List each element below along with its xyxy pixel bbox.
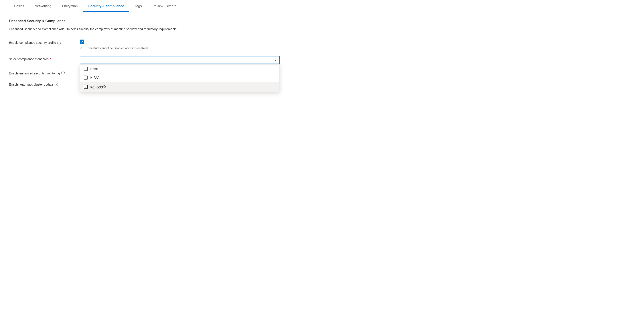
tab-networking[interactable]: Networking xyxy=(29,0,56,12)
compliance-standards-dropdown-trigger[interactable]: ∨ xyxy=(80,56,280,64)
compliance-profile-info-icon[interactable]: i xyxy=(57,41,61,44)
section-title: Enhanced Security & Compliance xyxy=(9,19,346,23)
compliance-profile-row: Enable compliance security profile i ✓ ⚠… xyxy=(9,40,346,50)
pci-dss-checkbox[interactable] xyxy=(84,85,88,89)
warning-text: This feature cannot be disabled once it … xyxy=(84,46,148,50)
compliance-profile-checkmark: ✓ xyxy=(81,41,84,43)
compliance-standards-label: Select compliance standards * xyxy=(9,56,80,61)
tab-encryption[interactable]: Encryption xyxy=(56,0,83,12)
tab-navigation: Basics Networking Encryption Security & … xyxy=(0,0,355,12)
compliance-standards-dropdown-menu: None HIPAA PCI-DSS✎ xyxy=(80,64,280,92)
dropdown-item-hipaa[interactable]: HIPAA xyxy=(80,73,280,82)
compliance-profile-warning: ⚠ This feature cannot be disabled once i… xyxy=(80,46,280,50)
cluster-update-label: Enable automatic cluster update i xyxy=(9,81,80,86)
compliance-profile-checkbox-container: ✓ xyxy=(80,40,280,44)
dropdown-item-pci-dss[interactable]: PCI-DSS✎ xyxy=(80,82,280,92)
none-checkbox[interactable] xyxy=(84,67,88,71)
section-description: Enhanced Security and Compliance Add-On … xyxy=(9,27,178,32)
tab-basics[interactable]: Basics xyxy=(9,0,29,12)
main-content: Enhanced Security & Compliance Enhanced … xyxy=(0,12,355,100)
compliance-standards-row: Select compliance standards * ∨ N xyxy=(9,56,346,64)
security-monitoring-info-icon[interactable]: i xyxy=(61,72,65,75)
compliance-standards-control: ∨ None HIPAA xyxy=(80,56,280,64)
dropdown-item-none[interactable]: None xyxy=(80,65,280,73)
required-indicator: * xyxy=(50,57,51,61)
hipaa-checkbox[interactable] xyxy=(84,76,88,80)
compliance-standards-dropdown: ∨ None HIPAA xyxy=(80,56,280,64)
compliance-profile-label: Enable compliance security profile i xyxy=(9,40,80,44)
page-container: Basics Networking Encryption Security & … xyxy=(0,0,355,100)
chevron-down-icon: ∨ xyxy=(274,58,276,62)
pci-dss-label: PCI-DSS✎ xyxy=(90,84,107,90)
warning-icon: ⚠ xyxy=(80,46,83,50)
hipaa-label: HIPAA xyxy=(90,76,100,79)
tab-security-compliance[interactable]: Security & compliance xyxy=(83,0,130,12)
security-monitoring-label: Enable enhanced security monitoring i xyxy=(9,70,80,75)
tab-tags[interactable]: Tags xyxy=(130,0,147,12)
none-label: None xyxy=(90,67,98,71)
compliance-profile-control: ✓ ⚠ This feature cannot be disabled once… xyxy=(80,40,280,50)
compliance-profile-checkbox[interactable]: ✓ xyxy=(80,40,84,44)
tab-review-create[interactable]: Review + create xyxy=(147,0,182,12)
cluster-update-info-icon[interactable]: i xyxy=(54,83,58,86)
